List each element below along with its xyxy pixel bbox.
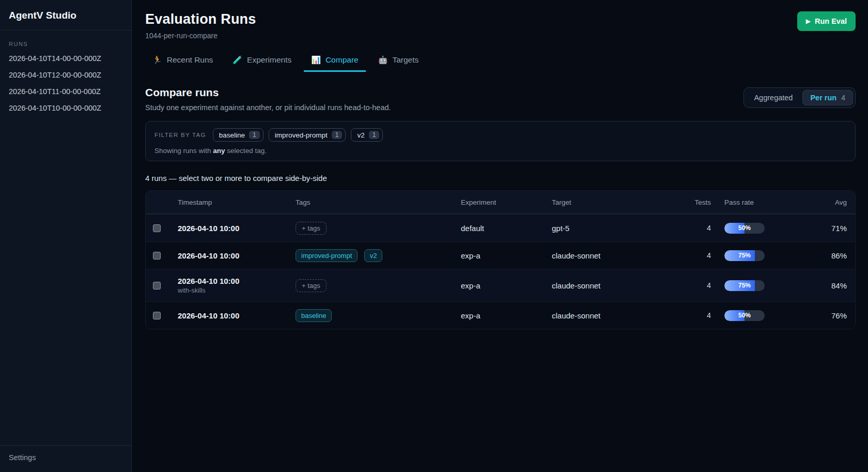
tab-bar: 🏃 Recent Runs 🧪 Experiments 📊 Compare 🤖 … bbox=[145, 51, 856, 72]
row-checkbox[interactable] bbox=[153, 312, 161, 319]
run-tests: 4 bbox=[680, 281, 711, 290]
col-avg: Avg bbox=[820, 199, 847, 206]
run-avg: 71% bbox=[820, 224, 847, 233]
table-row[interactable]: 2026-04-10 10:00 + tags default gpt-5 4 … bbox=[146, 214, 855, 241]
tag-name: improved-prompt bbox=[275, 131, 328, 139]
table-row[interactable]: 2026-04-10 10:00 baseline exp-a claude-s… bbox=[146, 301, 855, 329]
runner-icon: 🏃 bbox=[152, 55, 162, 65]
col-experiment: Experiment bbox=[461, 199, 552, 206]
pass-rate-bar: 50% bbox=[724, 310, 765, 321]
tab-label: Targets bbox=[392, 55, 419, 65]
app-title: AgentV Studio bbox=[0, 0, 131, 30]
run-target: gpt-5 bbox=[552, 224, 680, 233]
tag-filter-panel: FILTER BY TAG baseline 1 improved-prompt… bbox=[145, 121, 856, 161]
add-tags-button[interactable]: + tags bbox=[296, 279, 327, 292]
run-tests: 4 bbox=[680, 224, 711, 232]
row-checkbox[interactable] bbox=[153, 252, 161, 260]
sidebar-run-item[interactable]: 2026-04-10T10-00-00-000Z bbox=[0, 100, 131, 116]
table-header-row: Timestamp Tags Experiment Target Tests P… bbox=[146, 191, 855, 214]
play-icon: ▶ bbox=[806, 18, 811, 25]
run-target: claude-sonnet bbox=[552, 281, 680, 290]
col-timestamp: Timestamp bbox=[178, 199, 296, 206]
run-tests: 4 bbox=[680, 311, 711, 319]
run-timestamp: 2026-04-10 10:00 bbox=[178, 311, 296, 320]
run-tag: baseline bbox=[296, 309, 332, 322]
settings-link[interactable]: Settings bbox=[0, 445, 131, 472]
filter-note-any: any bbox=[213, 147, 225, 155]
tab-label: Experiments bbox=[247, 55, 291, 65]
runs-table: Timestamp Tags Experiment Target Tests P… bbox=[145, 190, 856, 329]
filter-by-tag-label: FILTER BY TAG bbox=[154, 132, 206, 138]
toggle-aggregated[interactable]: Aggregated bbox=[746, 90, 800, 105]
run-timestamp: 2026-04-10 10:00 bbox=[178, 251, 296, 260]
col-tests: Tests bbox=[680, 199, 711, 206]
pass-rate-bar: 50% bbox=[724, 223, 765, 234]
test-tube-icon: 🧪 bbox=[233, 55, 242, 65]
run-experiment: default bbox=[461, 224, 552, 233]
pass-rate-label: 75% bbox=[724, 250, 765, 261]
tag-count-badge: 1 bbox=[369, 131, 380, 139]
sidebar-run-item[interactable]: 2026-04-10T11-00-00-000Z bbox=[0, 83, 131, 100]
table-row[interactable]: 2026-04-10 10:00 improved-prompt v2 exp-… bbox=[146, 241, 855, 269]
pass-rate-label: 50% bbox=[724, 310, 765, 321]
col-pass-rate: Pass rate bbox=[711, 199, 820, 206]
tag-name: baseline bbox=[219, 131, 245, 139]
view-mode-toggle: Aggregated Per run 4 bbox=[743, 87, 856, 108]
pass-rate-label: 75% bbox=[724, 280, 765, 291]
run-target: claude-sonnet bbox=[552, 251, 680, 260]
per-run-count-badge: 4 bbox=[841, 94, 845, 102]
tag-name: v2 bbox=[357, 131, 364, 139]
tag-count-badge: 1 bbox=[332, 131, 343, 139]
toggle-per-run[interactable]: Per run 4 bbox=[802, 90, 853, 105]
run-experiment: exp-a bbox=[461, 251, 552, 260]
sidebar-run-item[interactable]: 2026-04-10T12-00-00-000Z bbox=[0, 67, 131, 83]
robot-icon: 🤖 bbox=[378, 55, 388, 65]
run-experiment: exp-a bbox=[461, 281, 552, 290]
runs-section-label: RUNS bbox=[0, 31, 131, 50]
pass-rate-label: 50% bbox=[724, 223, 765, 234]
pass-rate-bar: 75% bbox=[724, 280, 765, 291]
tab-compare[interactable]: 📊 Compare bbox=[304, 51, 365, 72]
tab-label: Recent Runs bbox=[167, 55, 213, 65]
bar-chart-icon: 📊 bbox=[311, 55, 321, 65]
filter-note: Showing runs with any selected tag. bbox=[154, 147, 846, 155]
compare-section-subtitle: Study one experiment against another, or… bbox=[145, 103, 391, 112]
tab-targets[interactable]: 🤖 Targets bbox=[371, 51, 426, 72]
sidebar-run-item[interactable]: 2026-04-10T14-00-00-000Z bbox=[0, 50, 131, 67]
run-tag: v2 bbox=[364, 249, 383, 262]
col-tags: Tags bbox=[296, 199, 461, 206]
main-content: Evaluation Runs 1044-per-run-compare ▶ R… bbox=[132, 0, 868, 472]
sidebar: AgentV Studio RUNS 2026-04-10T14-00-00-0… bbox=[0, 0, 132, 472]
tag-count-badge: 1 bbox=[249, 131, 260, 139]
run-timestamp: 2026-04-10 10:00 with-skills bbox=[178, 277, 296, 294]
run-avg: 86% bbox=[820, 251, 847, 260]
row-checkbox[interactable] bbox=[153, 224, 161, 232]
run-experiment: exp-a bbox=[461, 311, 552, 320]
tag-filter-v2[interactable]: v2 1 bbox=[351, 128, 383, 142]
toggle-per-run-label: Per run bbox=[810, 94, 836, 102]
run-eval-label: Run Eval bbox=[815, 17, 847, 25]
compare-section-title: Compare runs bbox=[145, 86, 391, 99]
tag-filter-improved-prompt[interactable]: improved-prompt 1 bbox=[269, 128, 346, 142]
tab-experiments[interactable]: 🧪 Experiments bbox=[225, 51, 299, 72]
runs-summary: 4 runs — select two or more to compare s… bbox=[145, 174, 856, 182]
col-target: Target bbox=[552, 199, 680, 206]
tag-filter-baseline[interactable]: baseline 1 bbox=[213, 128, 264, 142]
run-tests: 4 bbox=[680, 251, 711, 260]
page-title: Evaluation Runs bbox=[145, 11, 256, 27]
run-timestamp: 2026-04-10 10:00 bbox=[178, 224, 296, 233]
pass-rate-bar: 75% bbox=[724, 250, 765, 261]
run-label: with-skills bbox=[178, 287, 296, 294]
run-eval-button[interactable]: ▶ Run Eval bbox=[797, 11, 856, 31]
run-avg: 76% bbox=[820, 311, 847, 320]
page-subtitle: 1044-per-run-compare bbox=[145, 32, 256, 40]
tab-label: Compare bbox=[326, 55, 359, 65]
run-tag: improved-prompt bbox=[296, 249, 358, 262]
add-tags-button[interactable]: + tags bbox=[296, 222, 327, 235]
table-row[interactable]: 2026-04-10 10:00 with-skills + tags exp-… bbox=[146, 269, 855, 301]
run-avg: 84% bbox=[820, 281, 847, 290]
tab-recent-runs[interactable]: 🏃 Recent Runs bbox=[145, 51, 220, 72]
run-target: claude-sonnet bbox=[552, 311, 680, 320]
row-checkbox[interactable] bbox=[153, 282, 161, 290]
